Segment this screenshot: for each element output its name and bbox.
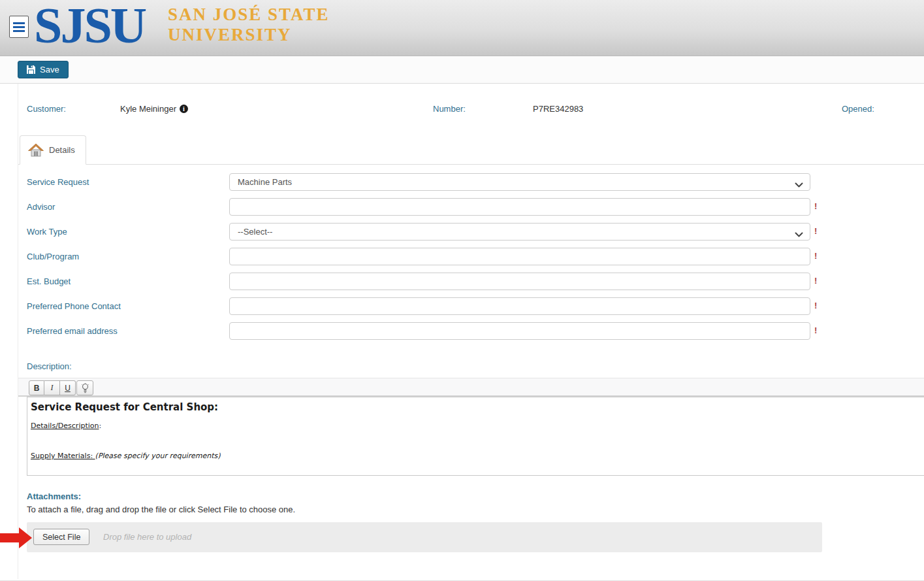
preferred-phone-input[interactable]: [229, 297, 810, 315]
attachments-instruction: To attach a file, drag and drop the file…: [27, 505, 295, 514]
work-type-selected-value: --Select--: [238, 227, 272, 237]
field-row-preferred-phone: Preferred Phone Contact !: [18, 297, 924, 315]
editor-toolbar: B I U: [18, 378, 924, 397]
action-toolbar: Save: [0, 56, 924, 84]
field-row-advisor: Advisor !: [18, 198, 924, 216]
field-label-advisor: Advisor: [27, 202, 55, 212]
service-request-selected-value: Machine Parts: [238, 177, 292, 187]
format-button-group: B I U: [29, 380, 76, 395]
info-icon[interactable]: [180, 105, 188, 113]
hint-button[interactable]: [76, 380, 93, 395]
required-icon: !: [814, 226, 817, 236]
field-row-work-type: Work Type --Select-- !: [18, 223, 924, 241]
required-icon: !: [814, 201, 817, 211]
field-label-preferred-phone: Preferred Phone Contact: [27, 301, 121, 311]
required-icon: !: [814, 301, 817, 310]
club-program-input[interactable]: [229, 248, 810, 265]
field-label-club-program: Club/Program: [27, 252, 79, 261]
lightbulb-icon: [81, 383, 89, 393]
description-editor[interactable]: Service Request for Central Shop: Detail…: [27, 397, 924, 476]
floppy-disk-icon: [27, 65, 35, 74]
est-budget-input[interactable]: [229, 273, 810, 290]
save-button[interactable]: Save: [18, 61, 69, 78]
request-form-panel: Customer: Kyle Meininger Number: P7RE342…: [18, 84, 924, 579]
customer-value: Kyle Meininger: [120, 104, 188, 114]
drop-hint-text: Drop file here to upload: [103, 532, 191, 542]
file-dropzone[interactable]: Select File Drop file here to upload: [27, 522, 822, 552]
customer-label: Customer:: [27, 104, 66, 114]
save-button-label: Save: [40, 65, 59, 75]
tab-details[interactable]: Details: [20, 135, 86, 165]
required-icon: !: [814, 325, 817, 335]
form-fields: Service Request Machine Parts Advisor ! …: [18, 173, 924, 347]
chevron-down-icon: [795, 229, 803, 239]
field-row-club-program: Club/Program !: [18, 248, 924, 265]
number-value: P7RE342983: [533, 104, 583, 114]
attachments-label: Attachments:: [27, 491, 81, 501]
tab-bar: Details: [18, 135, 924, 165]
page: SJSU SAN JOSÉ STATE UNIVERSITY Save Cust…: [0, 0, 924, 581]
description-label: Description:: [27, 361, 72, 371]
bold-button[interactable]: B: [29, 380, 44, 395]
editor-supply-line: Supply Materials: (Please specify your r…: [31, 452, 924, 460]
header: SJSU SAN JOSÉ STATE UNIVERSITY: [0, 0, 924, 56]
number-label: Number:: [433, 104, 466, 114]
field-label-service-request: Service Request: [27, 177, 89, 187]
service-request-select[interactable]: Machine Parts: [229, 173, 810, 191]
menu-button[interactable]: [9, 16, 29, 38]
chevron-down-icon: [795, 180, 803, 190]
editor-heading: Service Request for Central Shop:: [31, 401, 924, 413]
wordmark-line2: UNIVERSITY: [168, 25, 330, 45]
field-label-work-type: Work Type: [27, 227, 67, 237]
required-icon: !: [814, 276, 817, 286]
preferred-email-input[interactable]: [229, 322, 810, 340]
work-type-select[interactable]: --Select--: [229, 223, 810, 241]
wordmark-line1: SAN JOSÉ STATE: [168, 5, 330, 25]
advisor-input[interactable]: [229, 198, 810, 216]
field-row-est-budget: Est. Budget !: [18, 273, 924, 290]
underline-button[interactable]: U: [60, 380, 76, 395]
tab-details-label: Details: [49, 145, 75, 155]
field-label-est-budget: Est. Budget: [27, 276, 71, 286]
university-wordmark: SAN JOSÉ STATE UNIVERSITY: [168, 5, 330, 45]
opened-label: Opened:: [842, 104, 874, 114]
editor-details-line: Details/Description:: [31, 422, 924, 430]
sjsu-logo: SJSU: [34, 0, 145, 55]
red-arrow-icon: [0, 526, 33, 552]
field-label-preferred-email: Preferred email address: [27, 326, 118, 336]
required-icon: !: [814, 251, 817, 261]
customer-name: Kyle Meininger: [120, 104, 176, 114]
field-row-preferred-email: Preferred email address !: [18, 322, 924, 340]
home-icon: [28, 143, 44, 158]
italic-button[interactable]: I: [44, 380, 60, 395]
field-row-service-request: Service Request Machine Parts: [18, 173, 924, 191]
select-file-button[interactable]: Select File: [33, 529, 89, 545]
